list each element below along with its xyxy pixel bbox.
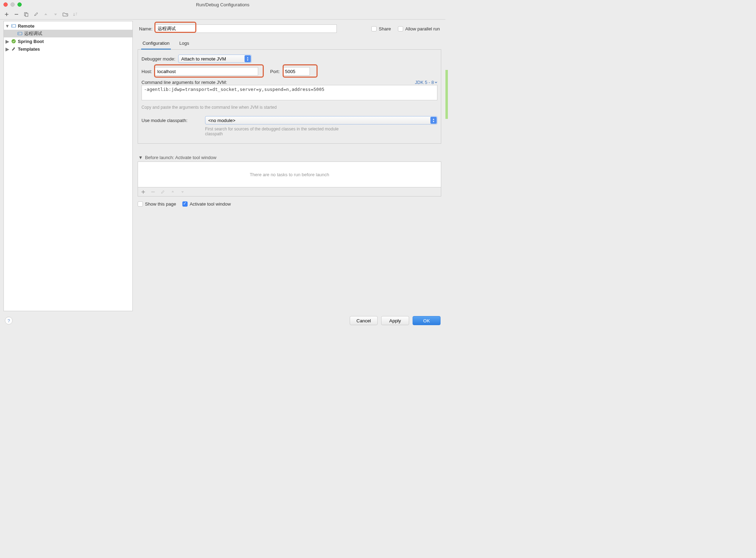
task-down-button[interactable] bbox=[179, 189, 186, 195]
remove-task-button[interactable] bbox=[150, 189, 156, 195]
config-tree[interactable]: ▼ Remote 远程调试 ▶ Spring Boot ▶ Templates bbox=[3, 21, 133, 311]
chevron-down-icon: ▼ bbox=[5, 24, 9, 28]
module-classpath-label: Use module classpath: bbox=[141, 118, 200, 123]
task-up-button[interactable] bbox=[169, 189, 176, 195]
copy-config-button[interactable] bbox=[23, 11, 29, 17]
chevron-right-icon: ▶ bbox=[5, 39, 9, 43]
chevron-right-icon: ▶ bbox=[5, 47, 9, 51]
svg-rect-2 bbox=[12, 24, 16, 27]
move-down-button[interactable] bbox=[52, 11, 59, 17]
host-label: Host: bbox=[141, 69, 152, 74]
move-up-button[interactable] bbox=[43, 11, 49, 17]
before-launch-list: There are no tasks to run before launch bbox=[138, 162, 441, 187]
tree-item-templates[interactable]: ▶ Templates bbox=[4, 45, 132, 53]
ok-button[interactable]: OK bbox=[413, 316, 441, 325]
apply-button[interactable]: Apply bbox=[381, 316, 409, 325]
tree-item-remote[interactable]: ▼ Remote bbox=[4, 22, 132, 30]
tree-item-remote-debug[interactable]: 远程调试 bbox=[4, 30, 132, 37]
svg-point-5 bbox=[19, 33, 19, 34]
add-config-button[interactable] bbox=[3, 11, 10, 17]
chevron-down-icon: ▼ bbox=[138, 155, 143, 160]
show-page-checkbox[interactable]: Show this page bbox=[138, 201, 176, 207]
edit-task-button[interactable] bbox=[160, 189, 166, 195]
side-strip bbox=[445, 70, 448, 119]
tree-label: Templates bbox=[18, 46, 40, 52]
remote-icon bbox=[17, 31, 23, 36]
tree-item-spring-boot[interactable]: ▶ Spring Boot bbox=[4, 37, 132, 45]
share-checkbox[interactable]: Share bbox=[371, 26, 391, 31]
port-input[interactable] bbox=[283, 67, 310, 76]
folder-button[interactable] bbox=[62, 11, 68, 17]
parallel-checkbox[interactable]: Allow parallel run bbox=[398, 26, 440, 31]
spring-icon bbox=[11, 38, 16, 44]
help-button[interactable]: ? bbox=[5, 317, 13, 324]
tab-configuration[interactable]: Configuration bbox=[141, 38, 171, 50]
activate-tool-window-checkbox[interactable]: Activate tool window bbox=[182, 201, 231, 207]
debugger-mode-label: Debugger mode: bbox=[141, 56, 175, 62]
name-input[interactable] bbox=[155, 24, 337, 33]
titlebar: Run/Debug Configurations bbox=[0, 0, 445, 9]
add-task-button[interactable] bbox=[140, 189, 146, 195]
host-input[interactable] bbox=[155, 67, 258, 76]
tree-label: Remote bbox=[18, 23, 35, 29]
sort-button[interactable] bbox=[72, 11, 78, 17]
cmd-args-text[interactable]: -agentlib:jdwp=transport=dt_socket,serve… bbox=[141, 85, 437, 100]
before-launch-header[interactable]: ▼ Before launch: Activate tool window bbox=[138, 153, 441, 162]
svg-rect-4 bbox=[18, 32, 22, 35]
cancel-button[interactable]: Cancel bbox=[350, 316, 378, 325]
module-hint: First search for sources of the debugged… bbox=[205, 127, 345, 136]
tree-label: Spring Boot bbox=[18, 39, 44, 44]
svg-point-3 bbox=[12, 26, 13, 26]
name-label: Name: bbox=[139, 26, 152, 31]
debugger-mode-select[interactable]: Attach to remote JVM bbox=[178, 55, 252, 63]
port-label: Port: bbox=[270, 69, 279, 74]
window-title: Run/Debug Configurations bbox=[0, 2, 445, 7]
jdk-version-link[interactable]: JDK 5 - 8 bbox=[415, 80, 437, 85]
sidebar-toolbar bbox=[0, 9, 445, 20]
svg-point-6 bbox=[12, 39, 16, 43]
edit-config-button[interactable] bbox=[33, 11, 39, 17]
select-arrows-icon: ▲▼ bbox=[245, 55, 251, 62]
cmd-args-label: Command line arguments for remote JVM: bbox=[141, 80, 227, 85]
tree-label: 远程调试 bbox=[24, 30, 42, 37]
svg-rect-1 bbox=[26, 13, 28, 16]
remote-icon bbox=[11, 23, 16, 29]
wrench-icon bbox=[11, 46, 16, 52]
tab-logs[interactable]: Logs bbox=[178, 38, 190, 49]
select-arrows-icon: ▲▼ bbox=[430, 117, 437, 124]
cmd-hint: Copy and paste the arguments to the comm… bbox=[141, 105, 437, 110]
module-classpath-select[interactable]: <no module> bbox=[205, 116, 437, 124]
remove-config-button[interactable] bbox=[13, 11, 20, 17]
